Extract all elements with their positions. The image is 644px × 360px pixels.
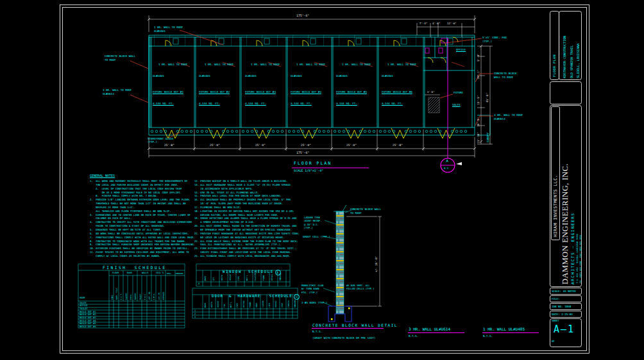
finish-wide-label: MISC. bbox=[167, 272, 172, 275]
window-column-label: DETAIL bbox=[271, 270, 273, 281]
note-line: VERIFY FINAL COUNT AND LOCATIONS WITH TH… bbox=[194, 250, 302, 254]
project-line: OLD SPANISH TRAIL bbox=[568, 13, 575, 78]
general-notes-title: GENERAL NOTES bbox=[90, 174, 115, 177]
finish-row-label: BUILD OUT #2 bbox=[80, 313, 96, 316]
project-line: KOSTMAYER CONSTRUCTION bbox=[561, 13, 568, 78]
dim-label: 25'-0" bbox=[210, 143, 220, 147]
detail-reinf-note: LADDER TYPEJOINT REINF.@ 16" O.C.(TYP.) bbox=[304, 216, 321, 230]
unit-name: FUTURE BUILD OUT #5 bbox=[336, 90, 381, 94]
finish-row-label: BUILD OUT #6 bbox=[80, 325, 96, 328]
top-wall-note-line1: 1 HR. WALL TO ROOF bbox=[154, 26, 183, 29]
general-notes-col2: 12. PROVIDE BACKUP ON 6 SHELLS WALL IN T… bbox=[194, 179, 302, 258]
section-bubble-sheet: A-1 bbox=[444, 167, 448, 170]
titleblock-firm-addr2: PH. (985) 643-1858 FAX (985) 643-1859 bbox=[579, 108, 582, 283]
unit-wall-rating: 1 HR. WALL TO ROOF bbox=[205, 63, 244, 67]
wall-detail-subnote: (GROUT WITH CONCRETE BLOCK OR PRE CAST) bbox=[312, 336, 375, 340]
door-column-label: HDWE. bbox=[255, 295, 258, 307]
titleblock-owner: HIRAM INVESTMENTS LLC. bbox=[553, 109, 558, 237]
office-details bbox=[425, 37, 458, 113]
right-note-concrete-2: WALL TO ROOF bbox=[494, 76, 513, 79]
unit-name: FUTURE BUILD OUT #6 bbox=[382, 90, 427, 94]
window-column-label: GLAZING bbox=[254, 270, 257, 281]
dim-label: 25'-0" bbox=[346, 143, 357, 147]
left-note-3hr-2: UL#U614 bbox=[103, 92, 114, 95]
window-column-label: TYPE bbox=[237, 270, 240, 281]
finish-column-label: GYP. BD. bbox=[148, 276, 151, 300]
note-line: A. LEVEL OF CONSTRUCTION THAT THE LOCAL … bbox=[90, 187, 191, 191]
door-row-mark: 2 bbox=[194, 313, 196, 315]
titleblock-date: DATE: 2-25-04 bbox=[552, 313, 573, 316]
window-row-mark: A bbox=[198, 282, 199, 285]
plan-title: FLOOR PLAN bbox=[294, 161, 332, 166]
finish-wide-label: REMARKS bbox=[176, 272, 183, 275]
wall-1hr-title: 1 HR. WALL UL#U485 bbox=[483, 327, 525, 332]
window-column-label: REMARKS bbox=[279, 270, 282, 281]
detail-height-dim: +/- 16'-0" bbox=[375, 256, 378, 272]
window-column-label: HEIGHT bbox=[229, 270, 232, 281]
door-column-label: HEIGHT bbox=[217, 295, 219, 307]
titleblock-of-label: OF bbox=[552, 340, 555, 343]
dim-label: 25'-0" bbox=[255, 143, 266, 147]
titleblock-file: FILE: bbox=[552, 297, 560, 300]
project-line: SLIDELL, LOUISIANA bbox=[575, 13, 582, 78]
plan-scale: SCALE 1/8"=1'-0" bbox=[294, 169, 323, 173]
unit-ul-number: UL#U465 bbox=[199, 74, 244, 78]
unit-label-group: 1 HR. WALL TO ROOF UL#U465 FUTURE BUILD … bbox=[153, 55, 198, 113]
door-column-label: WIDTH bbox=[210, 295, 213, 307]
finish-schedule-title: FINISH SCHEDULE bbox=[103, 265, 167, 270]
titleblock-firm-name: DAMMON ENGINEERING, INC. bbox=[561, 106, 571, 284]
unit-wall-rating: 1 HR. WALL TO ROOF bbox=[158, 63, 198, 67]
titleblock-sheet-label: SHEET bbox=[552, 320, 559, 323]
wall-detail-nts: N.T.S. bbox=[312, 330, 322, 333]
door-column-label: THK. bbox=[223, 295, 226, 307]
door-column-label: THRESH. bbox=[287, 295, 290, 307]
note-line: 24. ALL SIGNAGE SHALL COMPLY WITH LOCAL … bbox=[194, 254, 302, 258]
window-column-label: FRAME bbox=[262, 270, 265, 281]
note-line: 13. ALL EXIT HARDWARE SHALL HAVE A CLASS… bbox=[194, 183, 302, 187]
finish-column-label: EXPOSED bbox=[162, 276, 165, 300]
note-line: 11. PAINT SPACES TO BE EXPOSED CEILINGS … bbox=[90, 250, 191, 254]
dim-label: 25'-0" bbox=[301, 143, 311, 147]
door-column-label: RATING bbox=[242, 295, 245, 307]
finish-room-header: ROOM bbox=[80, 297, 85, 299]
dim-overall-top: 175'-6" bbox=[296, 14, 309, 18]
finish-group-label: CEIL'G bbox=[156, 272, 164, 274]
note-line: 21. PROVIDE PANIC HARDWARE AT ALL REQUIR… bbox=[194, 232, 302, 236]
pad-note-2: (TYP.) bbox=[482, 40, 492, 43]
canopy-label: CANOPY bbox=[486, 133, 489, 142]
dim-label: 13'-10" bbox=[477, 128, 480, 143]
unit-area: 3,144 SQ. FT. bbox=[336, 102, 381, 106]
door-column-label: CLOSER bbox=[262, 295, 264, 307]
dim-label: 10'-1" bbox=[477, 64, 480, 79]
left-note-3hr-1: 3 HR. WALL TO ROOF bbox=[103, 88, 131, 92]
right-note-3hr-1: 3 HR. WALL TO ROOF bbox=[494, 113, 523, 117]
unit-ul-number: UL#U465 bbox=[291, 74, 335, 78]
titleblock-scale: SCALE: AS NOTED bbox=[552, 290, 576, 293]
detail-vert-note: #5 BAR VERT. ALLFILLED CELLS (TYP.) bbox=[346, 284, 374, 291]
detail-bars-note: 2-#5 BARS (TYP.) bbox=[301, 301, 327, 304]
wall-3hr-title: 3 HR. WALL UL#U614 bbox=[409, 327, 450, 332]
finish-row-label: TOILET bbox=[80, 307, 88, 310]
wall-1hr-nts: N.T.S. bbox=[483, 334, 493, 338]
finish-column-label: V.C.T. bbox=[120, 276, 123, 300]
unit-wall-rating: 1 HR. WALL TO ROOF bbox=[387, 63, 427, 67]
unit-name: FUTURE BUILD OUT #1 bbox=[153, 90, 198, 94]
door-column-label: LOCK bbox=[268, 295, 271, 307]
titleblock-firm-addr1: P.O. BOX 1452 SLIDELL, LOUISIANA 70459 bbox=[576, 108, 579, 283]
titleblock-project: KOSTMAYER CONSTRUCTIONOLD SPANISH TRAILS… bbox=[561, 13, 582, 78]
unit-ul-number: UL#U465 bbox=[245, 74, 290, 78]
dim-label: 15'-5" bbox=[477, 90, 480, 105]
storefront-note-2: (TYP.) bbox=[148, 140, 157, 143]
titleblock-job: JOB NO. 1858 bbox=[552, 305, 571, 308]
door-row-mark: 1 bbox=[194, 309, 196, 312]
finish-row-label: OFFICE bbox=[80, 304, 88, 307]
note-line: 6. NO WORK SHALL BE CONCEALED UNTIL APPR… bbox=[90, 232, 191, 236]
window-column-label: WIDTH bbox=[221, 270, 223, 281]
unit-label-group: 1 HR. WALL TO ROOF UL#U465 FUTURE BUILD … bbox=[291, 55, 335, 113]
unit-name: FUTURE BUILD OUT #4 bbox=[291, 90, 335, 94]
unit-ul-number: UL#U465 bbox=[336, 74, 381, 78]
top-wall-note-line2: UL#U465 bbox=[154, 29, 165, 33]
unit-name: FUTURE BUILD OUT #2 bbox=[199, 90, 244, 94]
window-column-label: MAT'L bbox=[246, 270, 248, 281]
dim-label: 4'-0" bbox=[432, 22, 440, 25]
